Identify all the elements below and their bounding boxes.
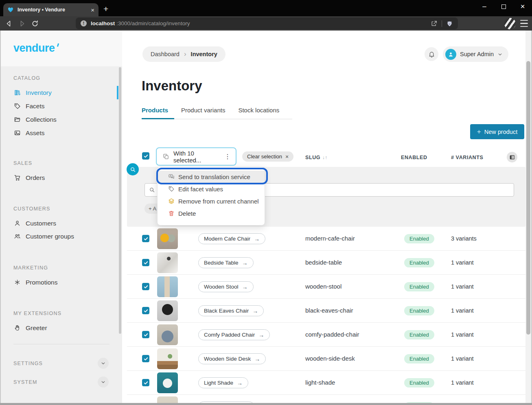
window-maximize-button[interactable] — [494, 0, 513, 13]
chevron-down-icon — [101, 361, 106, 366]
table-row[interactable]: Light Shade→ light-shade Enabled 1 varia… — [127, 371, 525, 395]
product-name-link[interactable]: Bedside Table→ — [198, 257, 254, 268]
product-thumbnail — [157, 276, 178, 297]
table-row[interactable]: Modern Cafe Chair→ modern-cafe-chair Ena… — [127, 227, 525, 251]
browser-tab[interactable]: Inventory • Vendure × — [3, 3, 99, 16]
menu-item-remove-from-channel[interactable]: Remove from current channel — [158, 195, 265, 207]
sidebar-item-label: Inventory — [26, 89, 52, 96]
table-row[interactable]: Wooden Side Desk→ wooden-side-desk Enabl… — [127, 347, 525, 371]
row-checkbox[interactable] — [142, 235, 149, 242]
search-toggle-button[interactable] — [127, 163, 139, 175]
plus-icon: + — [477, 128, 481, 136]
product-name-link[interactable]: Light Shade→ — [198, 377, 248, 388]
product-name: Light Shade — [204, 380, 233, 386]
row-checkbox[interactable] — [142, 379, 149, 386]
product-slug: black-eaves-chair — [305, 307, 353, 314]
sidebar-section-settings[interactable]: SETTINGS — [13, 361, 43, 366]
row-checkbox[interactable] — [142, 355, 149, 362]
system-expand-button[interactable] — [98, 377, 109, 387]
arrow-right-icon: → — [242, 284, 248, 290]
status-badge: Enabled — [404, 402, 434, 403]
row-checkbox[interactable] — [142, 283, 149, 290]
folder-icon — [14, 116, 21, 123]
row-checkbox[interactable] — [142, 259, 149, 266]
user-icon — [14, 220, 21, 227]
sidebar-item-label: Customer groups — [26, 233, 74, 240]
browser-profile-avatar[interactable] — [504, 18, 516, 29]
browser-menu-icon[interactable] — [520, 20, 528, 27]
tab-product-variants[interactable]: Product variants — [181, 107, 225, 118]
sidebar-section-system[interactable]: SYSTEM — [13, 379, 37, 385]
product-slug: light-shade — [305, 379, 335, 386]
product-name-link[interactable]: Wooden Side Desk→ — [198, 353, 266, 364]
column-header-slug[interactable]: SLUG↓↑ — [305, 155, 328, 160]
window-minimize-button[interactable]: – — [475, 0, 494, 13]
sidebar-item-promotions[interactable]: Promotions — [10, 276, 112, 289]
menu-item-delete[interactable]: Delete — [158, 207, 265, 219]
sidebar-item-assets[interactable]: Assets — [10, 126, 112, 140]
svg-text:A: A — [170, 175, 171, 177]
tab-products[interactable]: Products — [142, 107, 168, 118]
product-name-link[interactable]: Wooden Stool→ — [198, 281, 254, 292]
product-name-link[interactable] — [198, 401, 254, 403]
translate-icon: A — [168, 173, 175, 180]
menu-item-edit-facet-values[interactable]: Edit facet values — [158, 183, 265, 195]
brave-shields-icon[interactable] — [446, 20, 453, 27]
table-row[interactable]: Black Eaves Chair→ black-eaves-chair Ena… — [127, 299, 525, 323]
menu-item-send-to-translation[interactable]: A Send to translation service — [158, 171, 265, 183]
select-all-checkbox[interactable] — [142, 152, 149, 160]
bulk-actions-button[interactable]: With 10 selected... ⋮ — [156, 147, 236, 166]
clear-selection-button[interactable]: Clear selection × — [242, 151, 293, 162]
site-info-icon[interactable]: ! — [81, 20, 87, 26]
url-bar[interactable]: ! localhost :3000/admin/catalog/inventor… — [76, 18, 458, 29]
window-close-button[interactable]: × — [513, 0, 532, 13]
table-row[interactable]: Enabled — [127, 395, 525, 403]
share-icon[interactable] — [431, 20, 438, 27]
reload-icon[interactable] — [31, 20, 39, 28]
row-checkbox[interactable] — [142, 331, 149, 338]
new-tab-button[interactable]: + — [103, 4, 108, 14]
product-name-link[interactable]: Black Eaves Chair→ — [198, 305, 264, 316]
back-icon[interactable] — [5, 20, 13, 28]
layers-icon — [168, 198, 175, 204]
sidebar-scrollbar[interactable] — [119, 67, 121, 334]
table-row[interactable]: Comfy Padded Chair→ comfy-padded-chair E… — [127, 323, 525, 347]
page-scrollbar-thumb[interactable] — [526, 61, 530, 335]
column-settings-button[interactable] — [507, 152, 517, 162]
product-name: Modern Cafe Chair — [204, 236, 250, 242]
vendure-logo[interactable]: vendure — [13, 42, 57, 55]
toolbar-divider — [442, 20, 442, 27]
sidebar-item-greeter[interactable]: Greeter — [10, 321, 112, 335]
image-icon — [14, 129, 21, 136]
notifications-button[interactable] — [425, 47, 438, 61]
menu-item-label: Send to translation service — [178, 173, 250, 180]
page-title: Inventory — [142, 78, 202, 94]
sidebar-item-customers[interactable]: Customers — [10, 217, 112, 230]
table-row[interactable]: Wooden Stool→ wooden-stool Enabled 1 var… — [127, 275, 525, 299]
product-thumbnail — [157, 324, 178, 345]
new-product-button[interactable]: + New product — [470, 124, 524, 139]
row-checkbox[interactable] — [142, 307, 149, 314]
tag-icon — [168, 186, 175, 192]
bell-icon — [428, 51, 435, 58]
sidebar-item-orders[interactable]: Orders — [10, 171, 112, 184]
breadcrumb-inventory[interactable]: Inventory — [191, 51, 217, 57]
sidebar-item-collections[interactable]: Collections — [10, 113, 112, 126]
product-name-link[interactable]: Comfy Padded Chair→ — [198, 329, 270, 340]
sidebar-item-label: Facets — [26, 103, 45, 110]
sidebar-item-customer-groups[interactable]: Customer groups — [10, 230, 112, 243]
tab-stock-locations[interactable]: Stock locations — [238, 107, 279, 118]
sidebar-item-facets[interactable]: Facets — [10, 99, 112, 113]
forward-icon[interactable] — [18, 20, 26, 28]
settings-expand-button[interactable] — [98, 358, 109, 369]
tab-close-icon[interactable]: × — [91, 7, 94, 13]
sidebar-item-inventory[interactable]: Inventory — [10, 86, 112, 99]
variant-count: 3 variants — [451, 235, 477, 242]
product-thumbnail — [157, 228, 178, 249]
product-name-link[interactable]: Modern Cafe Chair→ — [198, 233, 265, 244]
sidebar-item-label: Greeter — [26, 324, 47, 332]
breadcrumb-dashboard[interactable]: Dashboard — [151, 51, 180, 57]
product-slug: bedside-table — [305, 259, 342, 266]
user-menu[interactable]: Super Admin — [443, 46, 508, 62]
table-row[interactable]: Bedside Table→ bedside-table Enabled 1 v… — [127, 251, 525, 275]
